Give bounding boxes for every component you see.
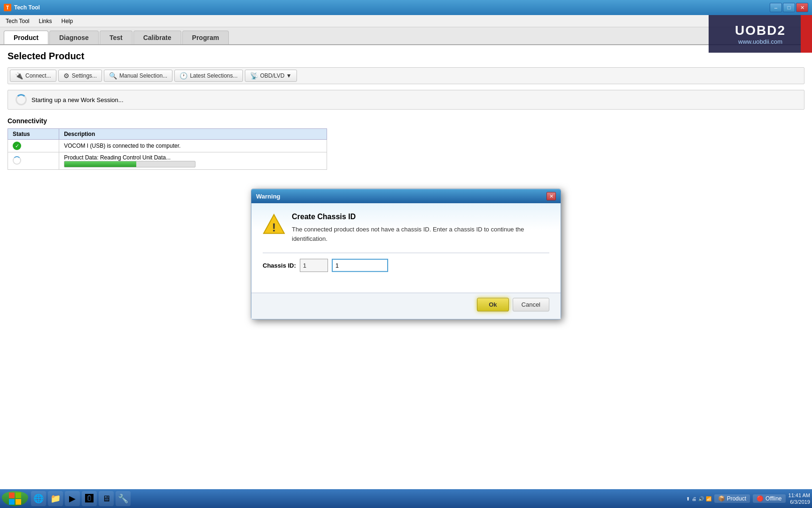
dialog-close-button[interactable]: ✕ — [547, 192, 556, 200]
table-row: Product Data: Reading Control Unit Data.… — [8, 152, 327, 170]
description-cell-1: VOCOM I (USB) is connected to the comput… — [59, 140, 327, 152]
chassis-static-field: 1 — [300, 259, 328, 272]
status-loading-icon — [13, 156, 21, 165]
dialog-title-text: Warning — [256, 193, 281, 200]
description-cell-2: Product Data: Reading Control Unit Data.… — [59, 152, 327, 170]
obd-lvd-label: OBD/LVD ▼ — [260, 72, 292, 79]
chassis-id-row: Chassis ID: 1 — [263, 259, 549, 272]
page-title: Selected Product — [8, 51, 804, 62]
dialog-title-bar: Warning ✕ — [251, 189, 561, 203]
dialog-divider — [263, 253, 549, 253]
watermark-logo: UOBD2 — [735, 23, 786, 38]
col-description: Description — [59, 129, 327, 140]
status-text: Starting up a new Work Session... — [31, 96, 124, 103]
svg-rect-4 — [9, 499, 15, 505]
settings-icon: ⚙ — [63, 72, 70, 79]
taskbar-time-value: 11:41 AM — [789, 492, 810, 499]
taskbar-right: ⬆ 🖨 🔊 📶 📦 Product 🔴 Offline 11:41 AM 6/3… — [686, 492, 810, 506]
menu-bar: Tech Tool Links Help — [0, 15, 812, 27]
title-bar-controls: – □ ✕ — [770, 3, 808, 12]
connect-icon: 🔌 — [15, 72, 23, 79]
watermark-red-bar — [801, 15, 812, 53]
warning-dialog: Warning ✕ ! Create Chassis ID The connec… — [251, 189, 561, 319]
taskbar-network-icon[interactable]: 🖥 — [99, 491, 114, 506]
taskbar-ie-icon[interactable]: 🌐 — [31, 491, 46, 506]
dialog-header-row: ! Create Chassis ID The connected produc… — [263, 213, 549, 243]
taskbar-media-icon[interactable]: ▶ — [65, 491, 80, 506]
taskbar-date-value: 6/3/2019 — [789, 499, 810, 505]
status-cell-2 — [8, 152, 59, 170]
offline-label: Offline — [765, 495, 781, 502]
systray-icon-4: 📶 — [706, 496, 711, 501]
table-row: ✓ VOCOM I (USB) is connected to the comp… — [8, 140, 327, 152]
tab-test[interactable]: Test — [100, 31, 133, 44]
status-ok-icon: ✓ — [13, 142, 21, 150]
taskbar-misc-icon[interactable]: 🔧 — [116, 491, 131, 506]
svg-rect-5 — [16, 499, 21, 505]
manual-selection-button[interactable]: 🔍 Manual Selection... — [104, 70, 172, 82]
maximize-button[interactable]: □ — [783, 3, 795, 12]
warning-triangle-icon: ! — [263, 213, 285, 235]
dialog-description: The connected product does not have a ch… — [292, 225, 549, 243]
menu-links[interactable]: Links — [35, 16, 55, 26]
systray-icon-2: 🖨 — [692, 496, 696, 501]
dialog-footer: Ok Cancel — [251, 293, 561, 319]
tab-diagnose[interactable]: Diagnose — [49, 31, 99, 44]
menu-help[interactable]: Help — [58, 16, 77, 26]
tab-bar: Product Diagnose Test Calibrate Program — [0, 27, 812, 45]
obd-icon: 📡 — [250, 72, 258, 79]
watermark: UOBD2 www.uobdii.com — [709, 15, 812, 53]
cancel-button[interactable]: Cancel — [513, 298, 549, 311]
connectivity-title: Connectivity — [8, 117, 804, 125]
connectivity-table: Status Description ✓ VOCOM I (USB) is co… — [8, 128, 327, 170]
chassis-id-label: Chassis ID: — [263, 262, 296, 269]
svg-text:!: ! — [272, 221, 276, 234]
col-status: Status — [8, 129, 59, 140]
status-cell-1: ✓ — [8, 140, 59, 152]
clock-icon: 🕐 — [180, 72, 187, 79]
watermark-url: www.uobdii.com — [738, 38, 782, 45]
toolbar: 🔌 Connect... ⚙ Settings... 🔍 Manual Sele… — [8, 67, 804, 84]
latest-selections-button[interactable]: 🕐 Latest Selections... — [174, 70, 242, 82]
minimize-button[interactable]: – — [770, 3, 782, 12]
connect-label: Connect... — [25, 72, 51, 79]
settings-label: Settings... — [72, 72, 97, 79]
obd-lvd-button[interactable]: 📡 OBD/LVD ▼ — [245, 70, 297, 82]
product-taskbar-icon: 📦 — [718, 495, 725, 502]
product-taskbar-button[interactable]: 📦 Product — [714, 494, 750, 503]
connect-button[interactable]: 🔌 Connect... — [10, 70, 56, 82]
app-icon: T — [4, 4, 11, 11]
tab-program[interactable]: Program — [182, 31, 229, 44]
latest-selections-label: Latest Selections... — [190, 72, 237, 79]
tab-calibrate[interactable]: Calibrate — [133, 31, 181, 44]
windows-logo-icon — [8, 492, 22, 506]
menu-tech-tool[interactable]: Tech Tool — [2, 16, 33, 26]
start-button[interactable] — [2, 491, 28, 506]
svg-rect-2 — [9, 492, 15, 498]
title-bar-left: T Tech Tool — [4, 4, 40, 11]
description-text-2: Product Data: Reading Control Unit Data.… — [64, 154, 322, 161]
offline-taskbar-button[interactable]: 🔴 Offline — [753, 494, 785, 503]
loading-spinner — [16, 94, 27, 105]
settings-button[interactable]: ⚙ Settings... — [58, 70, 102, 82]
chassis-id-input[interactable] — [332, 259, 388, 272]
search-icon: 🔍 — [109, 72, 117, 79]
systray: ⬆ 🖨 🔊 📶 — [686, 496, 711, 501]
taskbar-opera-icon[interactable]: 🅾 — [82, 491, 97, 506]
tab-product[interactable]: Product — [4, 31, 48, 44]
create-chassis-title: Create Chassis ID — [292, 213, 549, 221]
close-button[interactable]: ✕ — [796, 3, 808, 12]
systray-icon-1: ⬆ — [686, 496, 690, 501]
product-taskbar-label: Product — [727, 495, 746, 502]
systray-icon-3: 🔊 — [698, 496, 704, 501]
offline-icon: 🔴 — [757, 495, 764, 502]
taskbar-clock: 11:41 AM 6/3/2019 — [789, 492, 810, 506]
svg-rect-3 — [16, 492, 21, 498]
manual-selection-label: Manual Selection... — [119, 72, 167, 79]
ok-button[interactable]: Ok — [477, 298, 508, 311]
progress-bar-fill — [64, 161, 136, 167]
window-title: Tech Tool — [14, 4, 40, 11]
taskbar: 🌐 📁 ▶ 🅾 🖥 🔧 ⬆ 🖨 🔊 📶 📦 Product 🔴 Offline … — [0, 489, 812, 508]
dialog-text-block: Create Chassis ID The connected product … — [292, 213, 549, 243]
taskbar-folder-icon[interactable]: 📁 — [48, 491, 63, 506]
